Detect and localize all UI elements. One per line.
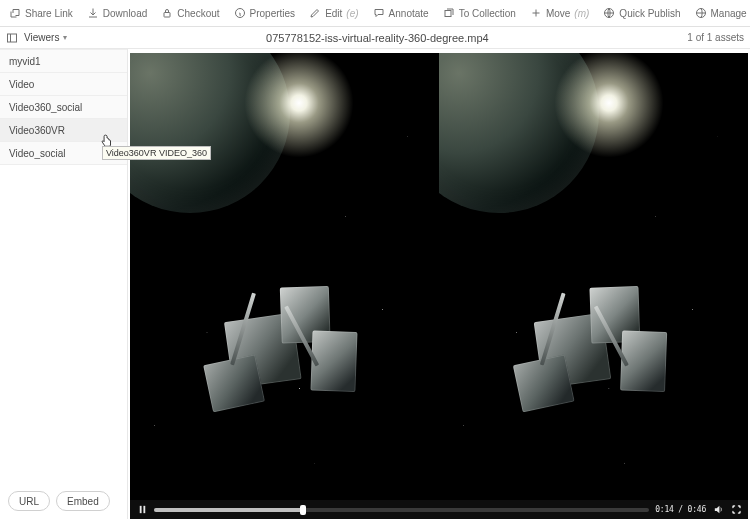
svg-rect-8 <box>8 34 17 42</box>
to-collection-label: To Collection <box>459 8 516 19</box>
viewer-item-video360-social[interactable]: Video360_social <box>0 96 127 119</box>
viewer-tooltip: Video360VR VIDEO_360 <box>102 146 211 160</box>
manage-publication-label: Manage Publication <box>711 8 751 19</box>
viewers-label: Viewers <box>24 32 59 43</box>
quick-publish-button[interactable]: Quick Publish <box>596 0 687 27</box>
quick-publish-label: Quick Publish <box>619 8 680 19</box>
viewer-item-label: Video360_social <box>9 102 82 113</box>
viewer-list: myvid1 Video Video360_social Video360VR … <box>0 49 127 483</box>
viewer-item-video[interactable]: Video <box>0 73 127 96</box>
move-shortcut-hint: (m) <box>574 8 589 19</box>
video-controls: 0:14 / 0:46 <box>130 500 748 519</box>
url-button[interactable]: URL <box>8 491 50 511</box>
download-icon <box>87 7 99 19</box>
share-link-label: Share Link <box>25 8 73 19</box>
vr-right-eye <box>439 53 748 519</box>
embed-button[interactable]: Embed <box>56 491 110 511</box>
manage-publication-button[interactable]: Manage Publication <box>688 0 751 27</box>
comment-icon <box>373 7 385 19</box>
edit-button[interactable]: Edit (e) <box>302 0 365 27</box>
download-button[interactable]: Download <box>80 0 154 27</box>
move-button[interactable]: Move (m) <box>523 0 596 27</box>
edit-label: Edit <box>325 8 342 19</box>
sidebar: myvid1 Video Video360_social Video360VR … <box>0 49 128 519</box>
pause-icon <box>137 504 148 515</box>
globe-gear-icon <box>695 7 707 19</box>
embed-label: Embed <box>67 496 99 507</box>
viewer-item-label: Video_social <box>9 148 66 159</box>
asset-counter: 1 of 1 assets <box>687 32 744 43</box>
collection-icon <box>443 7 455 19</box>
svg-rect-10 <box>143 506 145 513</box>
title-bar: Viewers ▾ 075778152-iss-virtual-reality-… <box>0 27 750 49</box>
viewers-dropdown[interactable]: Viewers ▾ <box>24 32 67 43</box>
checkout-label: Checkout <box>177 8 219 19</box>
seek-handle[interactable] <box>300 505 306 515</box>
svg-rect-9 <box>139 506 141 513</box>
info-icon <box>234 7 246 19</box>
viewer-item-label: myvid1 <box>9 56 41 67</box>
toolbar-actions: Share Link Download Checkout Properties … <box>2 0 750 27</box>
share-link-button[interactable]: Share Link <box>2 0 80 27</box>
properties-label: Properties <box>250 8 296 19</box>
volume-icon <box>713 504 724 515</box>
viewer-item-label: Video <box>9 79 34 90</box>
lock-icon <box>161 7 173 19</box>
globe-icon <box>603 7 615 19</box>
fullscreen-icon <box>731 504 742 515</box>
viewer-item-myvid1[interactable]: myvid1 <box>0 50 127 73</box>
video-stage[interactable]: 0:14 / 0:46 <box>130 53 748 519</box>
annotate-label: Annotate <box>389 8 429 19</box>
pause-button[interactable] <box>136 504 148 516</box>
content-body: myvid1 Video Video360_social Video360VR … <box>0 49 750 519</box>
share-icon <box>9 7 21 19</box>
viewer-item-label: Video360VR <box>9 125 65 136</box>
sidebar-footer: URL Embed <box>0 483 127 519</box>
time-display: 0:14 / 0:46 <box>655 505 706 514</box>
top-toolbar: Share Link Download Checkout Properties … <box>0 0 750 27</box>
url-label: URL <box>19 496 39 507</box>
edit-shortcut-hint: (e) <box>346 8 358 19</box>
seek-bar[interactable] <box>154 508 649 512</box>
tooltip-text: Video360VR VIDEO_360 <box>106 148 207 158</box>
seek-progress <box>154 508 303 512</box>
vr-left-eye <box>130 53 439 519</box>
download-label: Download <box>103 8 147 19</box>
rail-left-icon[interactable] <box>6 32 18 44</box>
pencil-icon <box>309 7 321 19</box>
plus-icon <box>530 7 542 19</box>
to-collection-button[interactable]: To Collection <box>436 0 523 27</box>
preview-panel: 0:14 / 0:46 <box>128 49 750 519</box>
svg-rect-0 <box>164 13 170 18</box>
volume-button[interactable] <box>712 504 724 516</box>
move-label: Move <box>546 8 570 19</box>
annotate-button[interactable]: Annotate <box>366 0 436 27</box>
page-title: 075778152-iss-virtual-reality-360-degree… <box>67 32 687 44</box>
checkout-button[interactable]: Checkout <box>154 0 226 27</box>
fullscreen-button[interactable] <box>730 504 742 516</box>
svg-rect-2 <box>445 11 451 17</box>
properties-button[interactable]: Properties <box>227 0 303 27</box>
